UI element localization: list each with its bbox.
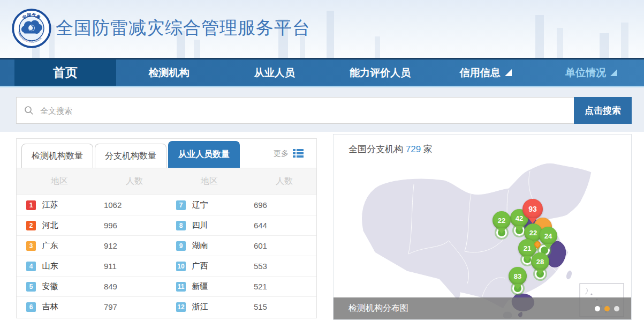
stats-tabs-row: 检测机构数量 分支机构数量 从业人员数量 更多: [17, 139, 316, 168]
search-input[interactable]: [34, 98, 574, 123]
map-marker[interactable]: 83: [509, 267, 527, 285]
region-cell: 辽宁: [192, 200, 254, 210]
rank-badge: 2: [26, 221, 36, 230]
dropdown-triangle-icon: [505, 69, 512, 76]
count-cell: 849: [104, 282, 166, 291]
region-cell: 山东: [42, 261, 104, 271]
nav-item-label: 单位情况: [565, 66, 606, 80]
table-row: 4 山东 911 10 广西 553: [17, 256, 316, 276]
table-row: 1 江苏 1062 7 辽宁 696: [17, 195, 316, 215]
carousel-dot-active[interactable]: [604, 306, 610, 311]
china-map: [334, 160, 631, 318]
tab-testing-institutions-count[interactable]: 检测机构数量: [21, 144, 93, 168]
rank-badge: 12: [176, 302, 186, 312]
map-marker[interactable]: 22: [493, 211, 511, 229]
table-row: 6 吉林 797 12 浙江 515: [17, 296, 316, 317]
carousel-dots: [595, 306, 619, 311]
table-row: 5 安徽 849 11 新疆 521: [17, 276, 316, 296]
map-panel: 全国分支机构 729 家: [333, 134, 632, 320]
carousel-dot[interactable]: [595, 306, 600, 311]
rank-badge: 5: [26, 282, 36, 292]
region-cell: 江苏: [42, 200, 104, 210]
carousel-dot[interactable]: [614, 306, 619, 311]
map-marker[interactable]: 24: [539, 227, 557, 245]
count-cell: 797: [104, 302, 166, 311]
list-icon[interactable]: [293, 148, 304, 158]
rank-badge: 7: [176, 200, 186, 210]
rank-badge: 1: [26, 200, 36, 210]
map-marker[interactable]: 93: [522, 199, 543, 219]
region-cell: 湖南: [192, 241, 254, 251]
search-icon: [24, 106, 34, 115]
rank-badge: 4: [26, 262, 36, 271]
main-nav: 首页 检测机构 从业人员 能力评价人员 信用信息 单位情况: [0, 58, 644, 87]
region-cell: 广西: [192, 261, 254, 271]
region-cell: 广东: [42, 241, 104, 251]
column-header-region: 地区: [17, 176, 102, 187]
nav-item-unit-status[interactable]: 单位情况: [539, 59, 644, 86]
count-cell: 644: [254, 221, 316, 230]
region-cell: 安徽: [42, 281, 104, 292]
map-title-suffix: 家: [423, 144, 433, 154]
count-cell: 521: [254, 282, 316, 291]
count-cell: 696: [254, 200, 316, 210]
rank-badge: 3: [26, 241, 36, 251]
map-caption: 检测机构分布图: [348, 303, 408, 314]
region-cell: 吉林: [42, 302, 104, 312]
count-cell: 601: [254, 241, 316, 250]
nav-items: 检测机构 从业人员 能力评价人员 信用信息 单位情况: [116, 59, 644, 86]
site-title: 全国防雷减灾综合管理服务平台: [56, 16, 310, 40]
nav-item-institutions[interactable]: 检测机构: [116, 59, 222, 86]
rank-badge: 10: [176, 262, 186, 271]
nav-item-evaluators[interactable]: 能力评价人员: [327, 59, 433, 86]
nav-item-practitioners[interactable]: 从业人员: [222, 59, 327, 86]
dropdown-triangle-icon: [610, 69, 617, 76]
count-cell: 553: [254, 262, 316, 271]
column-header-region: 地区: [166, 176, 252, 187]
more-link[interactable]: 更多: [274, 149, 289, 159]
page: 中国气象 CHINA METEOROLOGICAL 全国防雷减灾综合管理服务平台…: [0, 0, 644, 328]
tab-branch-count[interactable]: 分支机构数量: [95, 144, 166, 168]
table-row: 3 广东 912 9 湖南 601: [17, 235, 316, 256]
stats-panel: 检测机构数量 分支机构数量 从业人员数量 更多 地区 人数 地区 人数 1 江苏…: [16, 138, 317, 318]
nav-item-credit-info[interactable]: 信用信息: [433, 59, 539, 86]
taiwan-island: [565, 270, 573, 280]
column-header-count: 人数: [102, 176, 166, 187]
region-cell: 河北: [42, 220, 104, 230]
nav-item-label: 信用信息: [460, 66, 501, 80]
site-header: 中国气象 CHINA METEOROLOGICAL 全国防雷减灾综合管理服务平台: [0, 0, 644, 58]
rank-badge: 6: [26, 302, 36, 312]
china-meteorological-logo-icon: 中国气象 CHINA METEOROLOGICAL: [12, 9, 51, 48]
count-cell: 996: [104, 221, 166, 230]
search-box: 点击搜索: [16, 97, 632, 124]
rank-badge: 11: [176, 282, 186, 292]
column-header-count: 人数: [252, 176, 316, 187]
branch-count: 729: [406, 144, 421, 154]
nav-item-home[interactable]: 首页: [14, 59, 116, 86]
map-marker[interactable]: 28: [531, 252, 549, 271]
count-cell: 515: [254, 302, 316, 311]
region-cell: 新疆: [192, 281, 254, 292]
tab-practitioner-count[interactable]: 从业人员数量: [168, 141, 240, 168]
stats-tabs: 检测机构数量 分支机构数量 从业人员数量: [21, 141, 241, 168]
rank-badge: 8: [176, 221, 186, 230]
table-header: 地区 人数 地区 人数: [17, 168, 316, 195]
search-section: 点击搜索: [0, 87, 644, 132]
count-cell: 911: [104, 262, 166, 271]
table-row: 2 河北 996 8 四川 644: [17, 215, 316, 235]
region-cell: 浙江: [192, 302, 254, 312]
rank-badge: 9: [176, 241, 186, 251]
map-title: 全国分支机构 729 家: [348, 143, 433, 155]
count-cell: 1062: [104, 200, 166, 210]
region-cell: 四川: [192, 220, 254, 230]
map-caption-bar: 检测机构分布图: [334, 297, 631, 319]
search-button[interactable]: 点击搜索: [574, 97, 632, 124]
map-title-prefix: 全国分支机构: [348, 144, 403, 154]
count-cell: 912: [104, 241, 166, 250]
